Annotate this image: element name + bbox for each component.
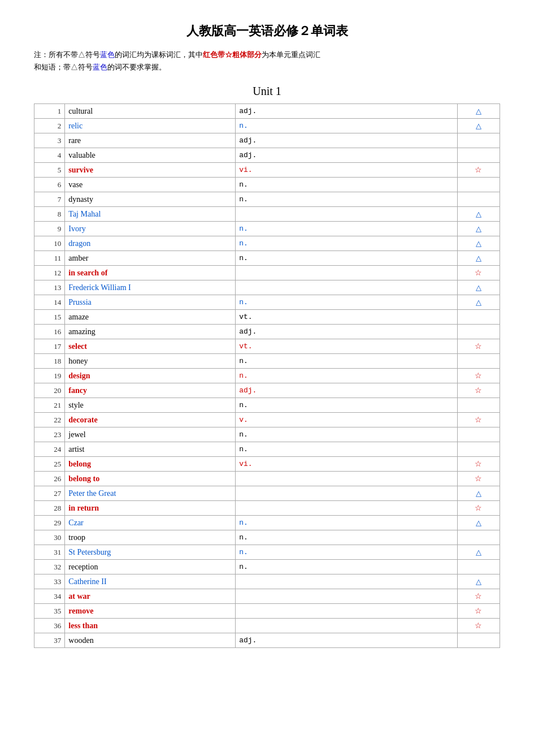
row-pos: [236, 280, 457, 295]
row-pos: vt.: [236, 339, 457, 354]
row-pos: n.: [236, 222, 457, 236]
note-text-4: 和短语；带△符号: [34, 63, 93, 71]
row-symbol: [457, 148, 500, 163]
row-pos: n.: [236, 295, 457, 310]
row-symbol: ☆: [457, 369, 500, 383]
table-row: 4valuableadj.: [34, 148, 500, 163]
row-word: jewel: [65, 427, 236, 442]
row-number: 34: [34, 589, 65, 604]
row-pos: n.: [236, 192, 457, 207]
row-pos: n.: [236, 369, 457, 383]
row-word: artist: [65, 442, 236, 457]
row-number: 18: [34, 354, 65, 369]
row-pos: adj.: [236, 104, 457, 119]
row-word: style: [65, 398, 236, 413]
row-symbol: △: [457, 222, 500, 236]
row-symbol: △: [457, 545, 500, 560]
row-symbol: ☆: [457, 501, 500, 516]
row-word: Peter the Great: [65, 486, 236, 501]
row-number: 20: [34, 383, 65, 398]
table-row: 3rareadj.: [34, 133, 500, 148]
table-row: 12in search of☆: [34, 266, 500, 280]
row-number: 17: [34, 339, 65, 354]
row-symbol: ☆: [457, 163, 500, 178]
row-number: 8: [34, 207, 65, 222]
note-blue-2: 蓝色: [93, 63, 107, 71]
table-row: 8Taj Mahal△: [34, 207, 500, 222]
table-row: 22decoratev.☆: [34, 413, 500, 427]
row-symbol: [457, 310, 500, 325]
row-pos: n.: [236, 545, 457, 560]
row-number: 28: [34, 501, 65, 516]
row-symbol: △: [457, 295, 500, 310]
row-number: 7: [34, 192, 65, 207]
row-pos: n.: [236, 251, 457, 266]
row-number: 13: [34, 280, 65, 295]
row-symbol: [457, 442, 500, 457]
row-number: 35: [34, 604, 65, 619]
row-word: in return: [65, 501, 236, 516]
note-text-3: 为本单元重点词汇: [262, 50, 320, 59]
row-symbol: [457, 633, 500, 648]
row-symbol: ☆: [457, 266, 500, 280]
row-symbol: △: [457, 104, 500, 119]
row-word: at war: [65, 589, 236, 604]
row-number: 5: [34, 163, 65, 178]
table-row: 25belongvi.☆: [34, 457, 500, 472]
table-row: 9Ivoryn.△: [34, 222, 500, 236]
row-pos: n.: [236, 398, 457, 413]
row-word: reception: [65, 560, 236, 574]
row-pos: [236, 486, 457, 501]
row-word: honey: [65, 354, 236, 369]
row-number: 12: [34, 266, 65, 280]
row-number: 36: [34, 619, 65, 633]
table-row: 31St Petersburgn.△: [34, 545, 500, 560]
row-symbol: △: [457, 486, 500, 501]
row-number: 21: [34, 398, 65, 413]
note-blue-1: 蓝色: [100, 50, 115, 59]
row-symbol: [457, 398, 500, 413]
page-title: 人教版高一英语必修２单词表: [34, 23, 500, 40]
row-symbol: ☆: [457, 457, 500, 472]
table-row: 15amazevt.: [34, 310, 500, 325]
row-word: design: [65, 369, 236, 383]
row-word: dragon: [65, 236, 236, 251]
row-symbol: △: [457, 207, 500, 222]
table-row: 5survivevi.☆: [34, 163, 500, 178]
note-red-star: 红色带☆粗体部分: [203, 50, 262, 59]
table-row: 19designn.☆: [34, 369, 500, 383]
row-symbol: △: [457, 574, 500, 589]
table-row: 7dynastyn.: [34, 192, 500, 207]
row-word: wooden: [65, 633, 236, 648]
row-word: decorate: [65, 413, 236, 427]
table-row: 26belong to☆: [34, 472, 500, 486]
row-word: in search of: [65, 266, 236, 280]
row-symbol: [457, 178, 500, 192]
table-row: 36less than☆: [34, 619, 500, 633]
table-row: 13Frederick William I△: [34, 280, 500, 295]
row-pos: vi.: [236, 457, 457, 472]
row-word: belong to: [65, 472, 236, 486]
row-symbol: △: [457, 119, 500, 133]
row-pos: n.: [236, 442, 457, 457]
row-word: select: [65, 339, 236, 354]
row-number: 27: [34, 486, 65, 501]
row-number: 24: [34, 442, 65, 457]
row-number: 31: [34, 545, 65, 560]
table-row: 32receptionn.: [34, 560, 500, 574]
row-number: 37: [34, 633, 65, 648]
row-word: rare: [65, 133, 236, 148]
row-number: 29: [34, 516, 65, 530]
row-number: 4: [34, 148, 65, 163]
row-word: amaze: [65, 310, 236, 325]
row-number: 14: [34, 295, 65, 310]
row-symbol: ☆: [457, 604, 500, 619]
row-word: less than: [65, 619, 236, 633]
row-number: 25: [34, 457, 65, 472]
note-text-5: 的词不要求掌握。: [107, 63, 166, 71]
row-symbol: [457, 325, 500, 339]
row-pos: adj.: [236, 148, 457, 163]
row-word: Frederick William I: [65, 280, 236, 295]
row-symbol: △: [457, 251, 500, 266]
row-word: Czar: [65, 516, 236, 530]
